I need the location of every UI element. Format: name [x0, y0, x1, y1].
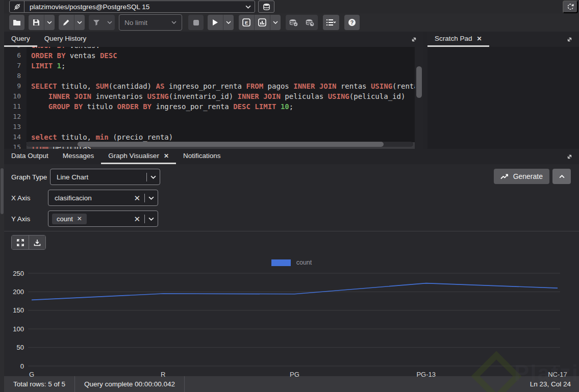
row-limit-value: No limit [124, 19, 147, 27]
chevron-down-icon [148, 217, 154, 221]
results-tabbar: Data Output Messages Graph Visualiser ✕ … [4, 149, 579, 164]
database-icon [263, 3, 270, 11]
results-panel-expand-button[interactable] [566, 149, 573, 164]
macros-button[interactable] [323, 15, 339, 30]
scratch-pad-textarea[interactable] [427, 47, 579, 149]
clear-y-axis-icon[interactable]: ✕ [134, 215, 140, 223]
editor-vscroll-thumb[interactable] [416, 66, 422, 98]
play-icon [212, 19, 218, 26]
explain-button[interactable]: E [239, 15, 254, 30]
tab-messages[interactable]: Messages [56, 149, 102, 164]
editor-horizontal-scrollbar[interactable] [27, 142, 413, 147]
results-panel: Data Output Messages Graph Visualiser ✕ … [4, 149, 579, 376]
svg-text:PG: PG [290, 371, 299, 378]
svg-text:E: E [245, 20, 248, 25]
help-icon: ? [348, 18, 356, 27]
svg-text:100: 100 [13, 325, 24, 333]
edit-dropdown-button[interactable] [74, 15, 85, 30]
scratch-pad-expand-button[interactable] [566, 32, 573, 47]
rollback-button[interactable] [301, 15, 318, 30]
svg-text:G: G [29, 371, 34, 378]
open-file-button[interactable] [9, 15, 24, 30]
refresh-button[interactable] [563, 1, 578, 13]
x-axis-value: clasificacion [52, 194, 133, 202]
fullscreen-arrows-icon [17, 239, 24, 246]
chevron-down-icon [273, 21, 278, 24]
expand-icon [566, 36, 573, 43]
status-cursor-position: Ln 23, Col 24 [530, 380, 579, 388]
rollback-icon [306, 19, 314, 27]
query-panel: Query Query History 56789101112131415 GR… [4, 32, 423, 149]
pgadmin-query-tool-window: platzimovies/postgres@PostgreSQL 15 [0, 0, 579, 392]
x-axis-select[interactable]: clasificacion ✕ [48, 190, 158, 206]
commit-button[interactable] [286, 15, 301, 30]
svg-text:PG-13: PG-13 [416, 371, 436, 378]
y-axis-chip[interactable]: count ✕ [52, 214, 87, 224]
editor-vertical-scrollbar[interactable] [415, 47, 423, 149]
editor-hscroll-thumb[interactable] [78, 142, 384, 147]
zoom-to-original-button[interactable] [12, 236, 29, 249]
generate-button[interactable]: Generate [494, 169, 549, 184]
svg-text:200: 200 [13, 288, 24, 296]
execute-dropdown-button[interactable] [223, 15, 234, 30]
explain-analyze-icon [258, 18, 266, 27]
explain-icon: E [242, 18, 250, 27]
chevron-down-icon [226, 21, 231, 24]
save-button[interactable] [29, 15, 44, 30]
remove-chip-icon[interactable]: ✕ [77, 215, 82, 222]
clear-x-axis-icon[interactable]: ✕ [134, 194, 140, 202]
svg-text:?: ? [350, 19, 354, 25]
svg-text:R: R [161, 371, 165, 378]
graph-type-value: Line Chart [54, 173, 143, 181]
connection-select[interactable]: platzimovies/postgres@PostgreSQL 15 [9, 1, 255, 13]
scratch-pad-panel: Scratch Pad ✕ [427, 32, 579, 149]
collapse-controls-button[interactable] [552, 169, 571, 184]
tab-query-history[interactable]: Query History [37, 32, 94, 47]
filter-button[interactable] [89, 15, 104, 30]
connection-label: platzimovies/postgres@PostgreSQL 15 [24, 1, 241, 12]
commit-icon [289, 19, 298, 27]
y-axis-select[interactable]: count ✕ ✕ [48, 211, 158, 227]
line-chart-icon [500, 174, 509, 179]
download-chart-button[interactable] [29, 236, 45, 249]
tab-query[interactable]: Query [4, 32, 37, 47]
close-icon[interactable]: ✕ [477, 35, 482, 42]
tab-graph-visualiser[interactable]: Graph Visualiser ✕ [101, 149, 176, 164]
left-scroll-strip[interactable] [0, 0, 4, 392]
explain-analyze-button[interactable] [254, 15, 270, 30]
save-dropdown-button[interactable] [44, 15, 55, 30]
stop-button[interactable] [188, 15, 204, 30]
execute-button[interactable] [208, 15, 223, 30]
macros-list-icon [326, 19, 336, 26]
explain-dropdown-button[interactable] [270, 15, 281, 30]
editor-code[interactable]: GROUP BY ventas.ORDER BY ventas DESCLIMI… [27, 47, 423, 149]
editor-gutter: 56789101112131415 [4, 47, 27, 149]
query-toolbar: No limit E [4, 13, 579, 32]
graph-type-label: Graph Type [11, 173, 48, 181]
row-limit-select[interactable]: No limit [119, 14, 182, 31]
panel-splitter[interactable] [423, 32, 427, 149]
svg-text:150: 150 [13, 306, 24, 314]
left-scroll-thumb[interactable] [1, 168, 4, 214]
sql-editor[interactable]: 56789101112131415 GROUP BY ventas.ORDER … [4, 47, 423, 149]
download-icon [34, 239, 41, 246]
tab-notifications[interactable]: Notifications [176, 149, 228, 164]
folder-icon [13, 19, 21, 26]
chevron-down-icon [148, 196, 154, 200]
tab-data-output[interactable]: Data Output [4, 149, 56, 164]
pencil-icon [63, 19, 70, 26]
close-icon[interactable]: ✕ [164, 152, 169, 160]
connection-bar: platzimovies/postgres@PostgreSQL 15 [4, 0, 579, 13]
filter-dropdown-button[interactable] [104, 15, 115, 30]
svg-text:0: 0 [20, 362, 24, 370]
main-column: platzimovies/postgres@PostgreSQL 15 [4, 0, 579, 392]
filter-icon [93, 19, 100, 26]
tab-scratch-pad[interactable]: Scratch Pad ✕ [427, 32, 489, 47]
help-button[interactable]: ? [344, 15, 360, 30]
chevron-down-icon [47, 21, 52, 24]
refresh-icon [567, 3, 574, 11]
graph-type-select[interactable]: Line Chart [50, 169, 160, 185]
new-connection-button[interactable] [258, 1, 274, 13]
query-panel-expand-button[interactable] [411, 32, 417, 47]
edit-button[interactable] [59, 15, 74, 30]
